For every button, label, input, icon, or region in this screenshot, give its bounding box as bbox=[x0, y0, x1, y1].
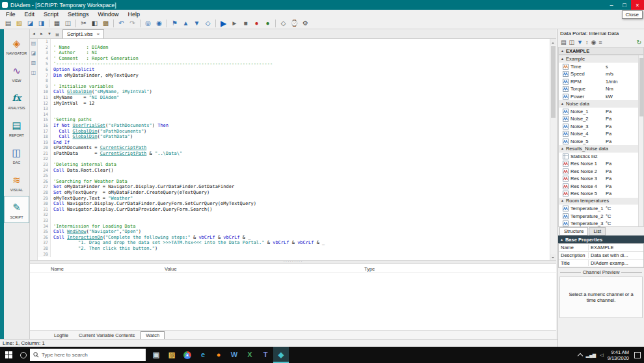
channel-noise-4[interactable]: Noise_4Pa bbox=[559, 130, 638, 138]
channel-res-noise-4[interactable]: Res Noise 4Pa bbox=[559, 183, 638, 191]
bookmark-button[interactable]: ⚑ bbox=[169, 19, 180, 29]
channel-group-room-temperatures[interactable]: ▲Room temperatures bbox=[559, 198, 638, 206]
channel-group-noise-data[interactable]: ▲Noise data bbox=[559, 100, 638, 108]
menu-help-button[interactable]: Help bbox=[124, 10, 145, 18]
menu-window-button[interactable]: Window bbox=[94, 10, 124, 18]
menu-settings-button[interactable]: Settings bbox=[63, 10, 94, 18]
channel-noise-1[interactable]: Noise_1Pa bbox=[559, 108, 638, 116]
sidebar-item-report[interactable]: ▤REPORT bbox=[4, 114, 29, 141]
code-editor[interactable]: 12' Name : DIAdem3' Author : NI4' Commen… bbox=[38, 39, 556, 260]
tab-structure[interactable]: Structure bbox=[559, 227, 588, 235]
channel-torque[interactable]: TorqueNm bbox=[559, 85, 638, 93]
prev-bookmark-button[interactable]: ▲ bbox=[180, 19, 191, 29]
taskbar-file-explorer-button[interactable]: ▨ bbox=[164, 347, 180, 363]
portal-refresh-button[interactable]: ↻ bbox=[636, 40, 641, 46]
save-all-button[interactable]: ◨ bbox=[36, 19, 47, 29]
copy-button[interactable]: ◧ bbox=[89, 19, 100, 29]
taskbar-word-button[interactable]: W bbox=[226, 347, 242, 363]
portal-browse-button[interactable]: ◫ bbox=[569, 40, 575, 46]
editor-vertical-scrollbar[interactable] bbox=[550, 39, 556, 260]
channel-res-noise-3[interactable]: Res Noise 3Pa bbox=[559, 175, 638, 183]
taskbar-clock[interactable]: 9:41 AM 9/13/2020 bbox=[608, 349, 629, 361]
taskbar-task-view-button[interactable]: ▣ bbox=[148, 347, 164, 363]
tray-network-icon[interactable]: ▂▄▆ bbox=[586, 353, 597, 358]
timer-button[interactable]: ⌚ bbox=[289, 19, 300, 29]
save-script-button[interactable]: ◪ bbox=[25, 19, 36, 29]
taskbar-excel-button[interactable]: X bbox=[242, 347, 258, 363]
watch-window-button[interactable]: ◇ bbox=[278, 19, 289, 29]
rail-info-icon[interactable]: ◫ bbox=[31, 70, 36, 75]
tab-scroll-left-button[interactable]: ◄ bbox=[30, 30, 38, 38]
taskbar-firefox-button[interactable]: ● bbox=[211, 347, 226, 363]
scrollbar-thumb[interactable] bbox=[639, 58, 643, 116]
tab-close-icon[interactable]: × bbox=[97, 31, 100, 37]
channel-temperature-2[interactable]: Temperature_2°C bbox=[559, 213, 638, 221]
property-value[interactable]: Data set with di... bbox=[589, 252, 628, 258]
tab-list[interactable]: List bbox=[589, 227, 606, 235]
sidebar-item-visual[interactable]: ≋VISUAL bbox=[4, 168, 29, 196]
replace-button[interactable]: ◉ bbox=[154, 19, 165, 29]
channel-group-results-noise-data[interactable]: ▲Results_Noise data bbox=[559, 145, 638, 153]
channel-noise-2[interactable]: Noise_2Pa bbox=[559, 115, 638, 123]
close-button[interactable]: × bbox=[631, 0, 644, 10]
portal-data-store-button[interactable]: ▤ bbox=[561, 40, 567, 46]
tab-logfile[interactable]: Logfile bbox=[49, 332, 73, 339]
stop-button[interactable]: ■ bbox=[240, 19, 251, 29]
open-script-button[interactable]: ▧ bbox=[14, 19, 25, 29]
new-tab-button[interactable]: ▤ bbox=[53, 30, 61, 38]
portal-list-button[interactable]: ≡ bbox=[598, 40, 602, 46]
sidebar-item-analysis[interactable]: fxANALYSIS bbox=[4, 87, 29, 114]
portal-filter-button[interactable]: ▼ bbox=[577, 40, 583, 46]
channel-temperature-3[interactable]: Temperature_3°C bbox=[559, 220, 638, 227]
channel-noise-5[interactable]: Noise_5Pa bbox=[559, 138, 638, 146]
minimize-button[interactable]: – bbox=[605, 0, 618, 10]
base-properties-header[interactable]: ▲ Base Properties bbox=[558, 235, 644, 243]
sidebar-item-navigator[interactable]: ◈NAVIGATOR bbox=[4, 32, 29, 59]
menu-script-button[interactable]: Script bbox=[39, 10, 63, 18]
cortana-button[interactable] bbox=[17, 347, 30, 363]
find-button[interactable]: ◎ bbox=[142, 19, 154, 29]
taskbar-edge-button[interactable]: e bbox=[195, 347, 211, 363]
channel-res-noise-1[interactable]: Res Noise 1Pa bbox=[559, 160, 638, 168]
start-button[interactable] bbox=[0, 347, 17, 363]
print-button[interactable]: ▦ bbox=[51, 19, 62, 29]
maximize-button[interactable]: □ bbox=[618, 0, 631, 10]
next-bookmark-button[interactable]: ▼ bbox=[191, 19, 202, 29]
taskbar-diadem-button[interactable]: ◆ bbox=[273, 347, 289, 363]
portal-pin-button[interactable]: ◉ bbox=[591, 40, 596, 46]
rail-bookmark-icon[interactable]: ▤ bbox=[31, 41, 36, 46]
editor-tab-script1[interactable]: Script1.vbs × bbox=[62, 29, 104, 38]
channel-statistics-list[interactable]: Statistics list bbox=[559, 153, 638, 161]
enable-events-button[interactable]: ● bbox=[262, 19, 273, 29]
new-script-button[interactable]: ▤ bbox=[3, 19, 14, 29]
channel-speed[interactable]: Speedm/s bbox=[559, 70, 638, 78]
portal-root-node[interactable]: ▲ EXAMPLE bbox=[558, 47, 644, 55]
scroll-down-icon[interactable] bbox=[550, 254, 556, 260]
sidebar-item-view[interactable]: ∿VIEW bbox=[4, 59, 29, 87]
channel-temperature-1[interactable]: Temperature_1°C bbox=[559, 205, 638, 213]
channel-time[interactable]: Times bbox=[559, 63, 638, 71]
run-script-button[interactable]: ▶ bbox=[218, 19, 229, 29]
tray-expand-icon[interactable] bbox=[577, 353, 582, 358]
tab-watch[interactable]: Watch bbox=[141, 331, 165, 340]
portal-scrollbar[interactable] bbox=[638, 55, 643, 226]
scroll-up-icon[interactable] bbox=[550, 39, 556, 45]
taskbar-chrome-button[interactable] bbox=[180, 347, 195, 363]
menu-edit-button[interactable]: Edit bbox=[20, 10, 40, 18]
breakpoint-button[interactable]: ● bbox=[251, 19, 262, 29]
channel-group-example[interactable]: ▲Example bbox=[559, 55, 638, 63]
rail-breakpoint-icon[interactable]: ◪ bbox=[31, 51, 36, 56]
clear-bookmarks-button[interactable]: ◇ bbox=[202, 19, 213, 29]
channel-res-noise-2[interactable]: Res Noise 2Pa bbox=[559, 168, 638, 176]
taskbar-teams-button[interactable]: T bbox=[258, 347, 273, 363]
print-preview-button[interactable]: ◫ bbox=[62, 19, 74, 29]
tab-list-button[interactable]: ▼ bbox=[46, 30, 53, 38]
channel-res-noise-5[interactable]: Res Noise 5Pa bbox=[559, 190, 638, 198]
scrollbar-thumb[interactable] bbox=[551, 46, 556, 118]
tab-scroll-right-button[interactable]: ► bbox=[38, 30, 46, 38]
options-button[interactable]: ⚙ bbox=[300, 19, 311, 29]
menu-file-button[interactable]: File bbox=[1, 10, 20, 18]
tray-volume-icon[interactable]: ◁ bbox=[600, 353, 603, 358]
paste-button[interactable]: ▩ bbox=[100, 19, 111, 29]
redo-button[interactable]: ↷ bbox=[127, 19, 138, 29]
